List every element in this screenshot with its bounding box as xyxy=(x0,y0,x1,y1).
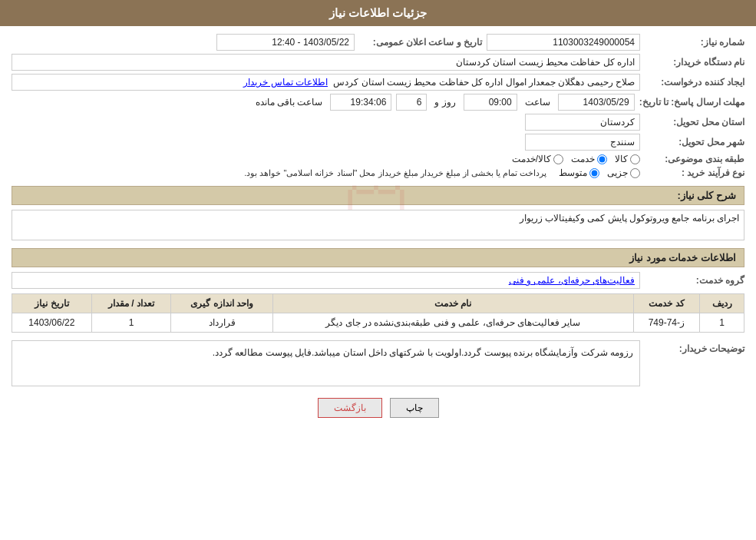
tarikh-label: تاریخ و ساعت اعلان عمومی: xyxy=(359,37,482,48)
mohlat-saat-label: ساعت xyxy=(525,97,550,108)
ijad-link[interactable]: اطلاعات تماس خریدار xyxy=(243,77,328,88)
tosif-wrapper: توضیحات خریدار: رزومه شرکت وآزمایشگاه بر… xyxy=(12,340,744,386)
navoe-radio-group: جزیی متوسط xyxy=(559,167,640,178)
cell-tedad: 1 xyxy=(91,313,171,333)
col-vahed: واحد اندازه گیری xyxy=(171,294,273,313)
row-ijad: ایجاد کننده درخواست: صلاح رحیمی دهگلان ج… xyxy=(12,74,744,91)
mohlat-date: 1403/05/29 xyxy=(558,94,635,111)
cell-vahed: قرارداد xyxy=(171,313,273,333)
navoe-jozi-item: جزیی xyxy=(607,167,640,178)
tabaqe-khedmat-item: خدمت xyxy=(571,154,607,164)
tabaqe-kalakhedmat-label: کالا/خدمت xyxy=(512,154,551,164)
mohlat-label: مهلت ارسال پاسخ: تا تاریخ: xyxy=(639,97,744,108)
sharh-label: شرح کلی نیاز: xyxy=(677,190,736,201)
cell-tarikh: 1403/06/22 xyxy=(12,313,92,333)
col-kod: کد خدمت xyxy=(633,294,700,313)
page-header: جزئیات اطلاعات نیاز xyxy=(0,0,756,26)
back-button[interactable]: بازگشت xyxy=(318,398,382,418)
shomare-niaz-label: شماره نیاز: xyxy=(645,37,744,48)
tosif-value: رزومه شرکت وآزمایشگاه برنده پیوست گردد.ا… xyxy=(12,340,640,386)
tosif-content: رزومه شرکت وآزمایشگاه برنده پیوست گردد.ا… xyxy=(12,340,640,386)
tabaqe-kala-item: کالا xyxy=(615,154,640,164)
grohe-value: فعالیت‌های حرفه‌ای، علمی و فنی xyxy=(12,272,640,289)
row-mohlat: مهلت ارسال پاسخ: تا تاریخ: 1403/05/29 سا… xyxy=(12,94,744,111)
col-radif: ردیف xyxy=(700,294,744,313)
mohlat-mande: 19:34:06 xyxy=(330,94,391,111)
table-row: 1ز-74-749سایر فعالیت‌های حرفه‌ای، علمی و… xyxy=(12,313,744,333)
navoe-motavaset-label: متوسط xyxy=(559,167,587,178)
mohlat-saat: 09:00 xyxy=(464,94,517,111)
tabaqe-kalakhedmat-item: کالا/خدمت xyxy=(512,154,563,164)
col-tarikh: تاریخ نیاز xyxy=(12,294,92,313)
cell-kod: ز-74-749 xyxy=(633,313,700,333)
mohlat-mande-label: ساعت باقی مانده xyxy=(256,97,323,108)
services-table: ردیف کد خدمت نام خدمت واحد اندازه گیری ت… xyxy=(12,293,744,333)
tabaqe-kala-radio[interactable] xyxy=(630,154,640,164)
row-shahr: شهر محل تحویل: سنندج xyxy=(12,134,744,151)
navoe-motavaset-item: متوسط xyxy=(559,167,599,178)
sharh-section: 🛡 شرح کلی نیاز: اجرای برنامه جامع ویروتو… xyxy=(12,186,744,240)
mohlat-roz-label: روز و xyxy=(434,97,455,108)
tabaqe-radio-group: کالا خدمت کالا/خدمت xyxy=(512,154,640,164)
shahr-value: سنندج xyxy=(525,134,640,151)
services-table-body: 1ز-74-749سایر فعالیت‌های حرفه‌ای، علمی و… xyxy=(12,313,744,333)
navoe-label: نوع فرآیند خرید : xyxy=(645,167,744,178)
shahr-label: شهر محل تحویل: xyxy=(645,137,744,147)
nam-dasgah-value: اداره کل حفاظت محیط زیست استان کردستان xyxy=(12,54,640,71)
services-header-row: ردیف کد خدمت نام خدمت واحد اندازه گیری ت… xyxy=(12,294,744,313)
main-content: شماره نیاز: 1103003249000054 تاریخ و ساع… xyxy=(0,26,756,437)
col-tedad: تعداد / مقدار xyxy=(91,294,171,313)
tabaqe-khedmat-radio[interactable] xyxy=(597,154,607,164)
services-table-head: ردیف کد خدمت نام خدمت واحد اندازه گیری ت… xyxy=(12,294,744,313)
row-navoe: نوع فرآیند خرید : جزیی متوسط پرداخت تمام… xyxy=(12,167,744,178)
row-tabaqe: طبقه بندی موضوعی: کالا خدمت کالا/خدمت xyxy=(12,154,744,164)
page-wrapper: جزئیات اطلاعات نیاز شماره نیاز: 11030032… xyxy=(0,0,756,540)
nam-dasgah-label: نام دستگاه خریدار: xyxy=(645,57,744,68)
row-ostan: استان محل تحویل: کردستان xyxy=(12,114,744,131)
tarikh-value: 1403/05/22 - 12:40 xyxy=(216,34,355,51)
tabaqe-khedmat-label: خدمت xyxy=(571,154,595,164)
row-sharh: اجرای برنامه جامع ویروتوکول پایش کمی وکی… xyxy=(12,210,744,240)
navoe-jozi-label: جزیی xyxy=(607,167,628,178)
tabaqe-kalakhedmat-radio[interactable] xyxy=(553,154,563,164)
print-button[interactable]: چاپ xyxy=(390,398,439,418)
navoe-text: پرداخت تمام یا بخشی از مبلغ خریدار مبلغ … xyxy=(244,168,546,178)
tosif-label: توضیحات خریدار: xyxy=(645,340,744,354)
buttons-row: چاپ بازگشت xyxy=(12,398,744,418)
shomare-niaz-value: 1103003249000054 xyxy=(487,34,640,51)
sharh-value: اجرای برنامه جامع ویروتوکول پایش کمی وکی… xyxy=(12,210,744,240)
page-title: جزئیات اطلاعات نیاز xyxy=(329,6,427,19)
grohe-link[interactable]: فعالیت‌های حرفه‌ای، علمی و فنی xyxy=(509,275,635,286)
grohe-label: گروه خدمت: xyxy=(645,275,744,286)
services-section-title: اطلاعات خدمات مورد نیاز xyxy=(12,248,744,267)
tabaqe-label: طبقه بندی موضوعی: xyxy=(645,154,744,164)
ijad-label: ایجاد کننده درخواست: xyxy=(645,77,744,88)
ostan-label: استان محل تحویل: xyxy=(645,117,744,128)
sharh-section-title: شرح کلی نیاز: xyxy=(12,186,744,205)
cell-radif: 1 xyxy=(700,313,744,333)
row-nam-dasgah: نام دستگاه خریدار: اداره کل حفاظت محیط ز… xyxy=(12,54,744,71)
tabaqe-kala-label: کالا xyxy=(615,154,628,164)
ijad-value: صلاح رحیمی دهگلان جمعدار اموال اداره کل … xyxy=(12,74,640,91)
cell-name: سایر فعالیت‌های حرفه‌ای، علمی و فنی طبقه… xyxy=(273,313,634,333)
navoe-jozi-radio[interactable] xyxy=(630,168,640,178)
navoe-motavaset-radio[interactable] xyxy=(589,168,599,178)
row-shomare-tarikh: شماره نیاز: 1103003249000054 تاریخ و ساع… xyxy=(12,34,744,51)
ostan-value: کردستان xyxy=(525,114,640,131)
row-grohe: گروه خدمت: فعالیت‌های حرفه‌ای، علمی و فن… xyxy=(12,272,744,289)
col-name: نام خدمت xyxy=(273,294,634,313)
mohlat-roz: 6 xyxy=(396,94,427,111)
